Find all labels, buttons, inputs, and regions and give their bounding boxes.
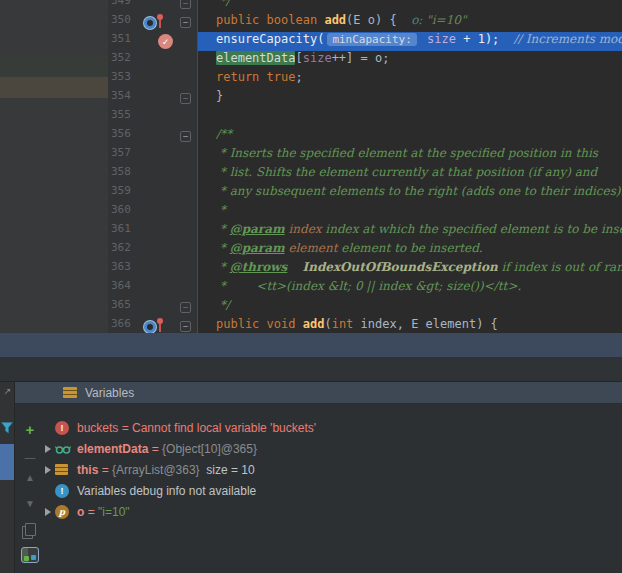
variable-row[interactable]: this = {ArrayList@363} size = 10 bbox=[40, 459, 622, 480]
expand-arrow-icon[interactable] bbox=[40, 445, 55, 453]
code-token-cmt: /** bbox=[216, 127, 232, 141]
code-text[interactable]: * bbox=[198, 203, 622, 222]
filter-icon[interactable] bbox=[1, 420, 13, 432]
code-token-kw: public bbox=[216, 317, 259, 331]
line-number: 361 bbox=[111, 222, 131, 235]
variable-text-name: elementData bbox=[77, 442, 148, 456]
gutter-cell[interactable]: 355 bbox=[108, 108, 198, 127]
gutter-cell[interactable]: 363 bbox=[108, 260, 198, 279]
code-token-kw: int bbox=[332, 317, 354, 331]
variable-text-plain: size = 10 bbox=[200, 463, 255, 477]
code-token-kw: void bbox=[267, 317, 296, 331]
code-text[interactable]: return true; bbox=[198, 70, 622, 89]
gutter-cell[interactable]: 349 bbox=[108, 0, 198, 13]
panel-separator[interactable] bbox=[0, 333, 622, 357]
code-token-tag: @throws bbox=[230, 260, 288, 274]
method-breakpoint-icon[interactable] bbox=[144, 17, 156, 29]
code-token-cmt: */ bbox=[216, 298, 230, 312]
code-region[interactable]: 349 */350public boolean add(E o) { o: "i… bbox=[108, 0, 622, 333]
code-text[interactable]: /** bbox=[198, 127, 622, 146]
code-text[interactable]: * @throws IndexOutOfBoundsException if i… bbox=[198, 260, 622, 279]
debug-side-toolbar bbox=[0, 382, 15, 573]
code-text[interactable]: elementData[size++] = o; bbox=[198, 51, 622, 70]
code-text[interactable]: * @param element element to be inserted. bbox=[198, 241, 622, 260]
code-text[interactable]: * list. Shifts the element currently at … bbox=[198, 165, 622, 184]
gutter-cell[interactable]: 353 bbox=[108, 70, 198, 89]
code-line-351: 351ensureCapacity(minCapacity: size + 1)… bbox=[108, 32, 622, 51]
code-text[interactable]: public boolean add(E o) { o: "i=10" bbox=[198, 13, 622, 32]
code-text[interactable]: public void add(int index, E element) { bbox=[198, 317, 622, 333]
left-strip-row bbox=[0, 55, 108, 77]
line-number: 355 bbox=[111, 108, 131, 121]
code-token-txt: ++] = o; bbox=[332, 51, 390, 65]
code-token-cmt: */ bbox=[216, 0, 230, 8]
code-text[interactable]: * Inserts the specified element at the s… bbox=[198, 146, 622, 165]
code-token-tag: @param bbox=[230, 241, 285, 255]
restore-layout-icon[interactable] bbox=[1, 385, 14, 397]
code-text[interactable]: */ bbox=[198, 298, 622, 317]
object-icon bbox=[55, 464, 68, 475]
variable-row[interactable]: o = "i=10" bbox=[40, 501, 622, 522]
code-token-txt bbox=[420, 32, 427, 46]
code-token-kw: public bbox=[216, 13, 259, 27]
show-watches-toggle-button[interactable] bbox=[15, 544, 45, 566]
variable-row[interactable]: elementData = {Object[10]@365} bbox=[40, 438, 622, 459]
code-line-360: 360 * bbox=[108, 203, 622, 222]
fold-marker-icon[interactable] bbox=[180, 321, 191, 332]
code-token-txt: } bbox=[216, 89, 223, 103]
variables-title: Variables bbox=[85, 386, 134, 400]
expand-arrow-icon[interactable] bbox=[40, 466, 55, 474]
code-token-cmt: * bbox=[216, 203, 226, 217]
code-token-cmt bbox=[287, 260, 302, 274]
method-breakpoint-icon[interactable] bbox=[144, 321, 156, 333]
code-token-hintval: "i=10" bbox=[426, 13, 466, 27]
fold-marker-icon[interactable] bbox=[180, 93, 191, 104]
gutter-cell[interactable]: 362 bbox=[108, 241, 198, 260]
code-token-cmt: * Inserts the specified element at the s… bbox=[216, 146, 598, 160]
gutter-cell[interactable]: 354 bbox=[108, 89, 198, 108]
gutter-cell[interactable]: 350 bbox=[108, 13, 198, 32]
gutter-cell[interactable]: 358 bbox=[108, 165, 198, 184]
variable-row[interactable]: Variables debug info not available bbox=[40, 480, 622, 501]
code-text[interactable]: * @param index index at which the specif… bbox=[198, 222, 622, 241]
gutter-cell[interactable]: 366 bbox=[108, 317, 198, 333]
gutter-cell[interactable]: 364 bbox=[108, 279, 198, 298]
code-token-hintlbl: o: bbox=[411, 13, 426, 27]
code-token-cmt: if index is out of range bbox=[498, 260, 622, 274]
gutter-cell[interactable]: 356 bbox=[108, 127, 198, 146]
watch-icon bbox=[55, 443, 71, 455]
code-token-txt bbox=[259, 13, 266, 27]
code-token-txt bbox=[296, 317, 303, 331]
code-token-txt: ensureCapacity( bbox=[216, 32, 324, 46]
fold-marker-icon[interactable] bbox=[180, 0, 191, 9]
breakpoint-pin-icon bbox=[159, 16, 161, 28]
gutter-cell[interactable]: 352 bbox=[108, 51, 198, 70]
code-text[interactable]: ensureCapacity(minCapacity: size + 1); /… bbox=[198, 32, 622, 51]
fold-marker-icon[interactable] bbox=[180, 131, 191, 142]
code-text[interactable] bbox=[198, 108, 622, 127]
parameter-icon bbox=[55, 505, 69, 519]
code-line-354: 354} bbox=[108, 89, 622, 108]
variable-row[interactable]: buckets = Cannot find local variable 'bu… bbox=[40, 417, 622, 438]
code-text[interactable]: */ bbox=[198, 0, 622, 13]
verified-breakpoint-icon[interactable] bbox=[158, 34, 173, 49]
gutter-cell[interactable]: 361 bbox=[108, 222, 198, 241]
code-text[interactable]: * any subsequent elements to the right (… bbox=[198, 184, 622, 203]
fold-marker-icon[interactable] bbox=[180, 17, 191, 28]
variables-panel: Variables buckets = Cannot find local va… bbox=[0, 382, 622, 573]
code-text[interactable]: } bbox=[198, 89, 622, 108]
code-token-cmt: * <tt>(index &lt; 0 || index &gt; size()… bbox=[216, 279, 521, 293]
gutter-cell[interactable]: 351 bbox=[108, 32, 198, 51]
gutter-cell[interactable]: 359 bbox=[108, 184, 198, 203]
code-token-cmt: * bbox=[216, 241, 230, 255]
line-number: 359 bbox=[111, 184, 131, 197]
expand-arrow-icon[interactable] bbox=[40, 508, 55, 516]
code-line-357: 357 * Inserts the specified element at t… bbox=[108, 146, 622, 165]
gutter-cell[interactable]: 357 bbox=[108, 146, 198, 165]
code-text[interactable]: * <tt>(index &lt; 0 || index &gt; size()… bbox=[198, 279, 622, 298]
selected-tool-button[interactable] bbox=[0, 444, 14, 480]
fold-marker-icon[interactable] bbox=[180, 302, 191, 313]
info-icon bbox=[55, 484, 69, 498]
gutter-cell[interactable]: 360 bbox=[108, 203, 198, 222]
gutter-cell[interactable]: 365 bbox=[108, 298, 198, 317]
